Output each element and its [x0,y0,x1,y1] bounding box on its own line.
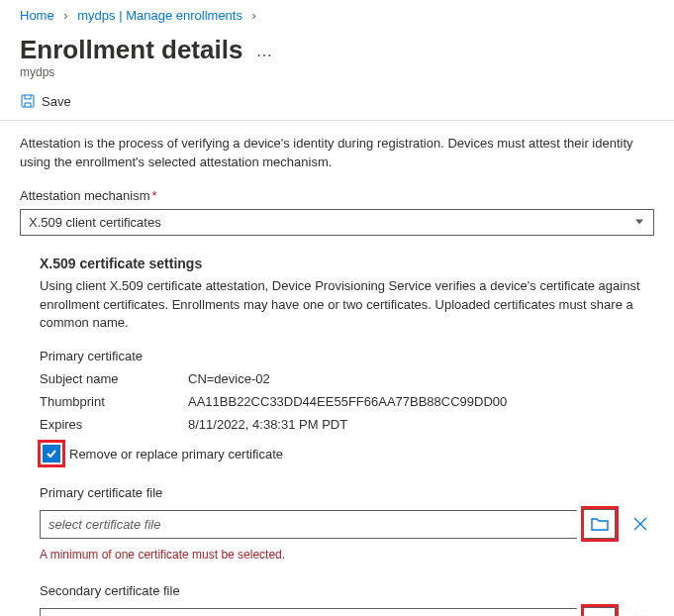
divider [0,120,674,121]
page-title: Enrollment details [20,35,242,65]
secondary-file-label: Secondary certificate file [40,583,654,598]
subject-name-label: Subject name [40,371,188,386]
expires-label: Expires [40,417,188,432]
primary-cert-heading: Primary certificate [40,349,654,363]
thumbprint-label: Thumbprint [40,394,188,409]
secondary-file-browse-button[interactable] [584,607,616,616]
annotation-highlight [581,506,619,542]
svg-rect-0 [22,95,34,107]
attestation-dropdown[interactable]: X.509 client certificates [20,209,654,236]
chevron-right-icon: › [63,8,67,23]
toolbar: Save [20,93,654,112]
page-subtitle: mydps [20,65,654,79]
primary-file-input[interactable]: select certificate file [40,510,577,539]
subject-name-value: CN=device-02 [188,371,654,386]
save-button[interactable]: Save [20,93,71,109]
primary-file-browse-button[interactable] [584,509,616,539]
x509-description: Using client X.509 certificate attestati… [40,277,654,334]
primary-file-label: Primary certificate file [40,485,654,500]
check-icon [46,448,57,460]
more-button[interactable]: ⋯ [256,46,272,64]
breadcrumb-home[interactable]: Home [20,8,54,23]
annotation-highlight [38,440,65,467]
annotation-highlight [581,604,619,616]
save-icon [20,93,36,109]
attestation-label: Attestation mechanism* [20,188,654,203]
remove-replace-label: Remove or replace primary certificate [69,447,283,462]
breadcrumb-path[interactable]: mydps | Manage enrollments [77,8,242,23]
x509-heading: X.509 certificate settings [40,256,654,271]
save-label: Save [42,94,71,109]
expires-row: Expires 8/11/2022, 4:38:31 PM PDT [40,417,654,432]
secondary-file-input[interactable]: select certificate file [40,608,577,616]
subject-name-row: Subject name CN=device-02 [40,371,654,386]
remove-replace-checkbox[interactable] [43,445,60,462]
expires-value: 8/11/2022, 4:38:31 PM PDT [188,417,654,432]
folder-icon [591,517,609,531]
chevron-right-icon: › [252,8,256,23]
thumbprint-row: Thumbprint AA11BB22CC33DD44EE55FF66AA77B… [40,394,654,409]
secondary-file-clear-button[interactable] [626,608,654,616]
thumbprint-value: AA11BB22CC33DD44EE55FF66AA77BB88CC99DD00 [188,394,654,409]
attestation-description: Attestation is the process of verifying … [20,135,654,172]
breadcrumb: Home › mydps | Manage enrollments › [20,8,654,23]
close-icon [632,516,648,532]
certificate-error: A minimum of one certificate must be sel… [40,548,654,562]
primary-file-clear-button[interactable] [626,510,654,538]
